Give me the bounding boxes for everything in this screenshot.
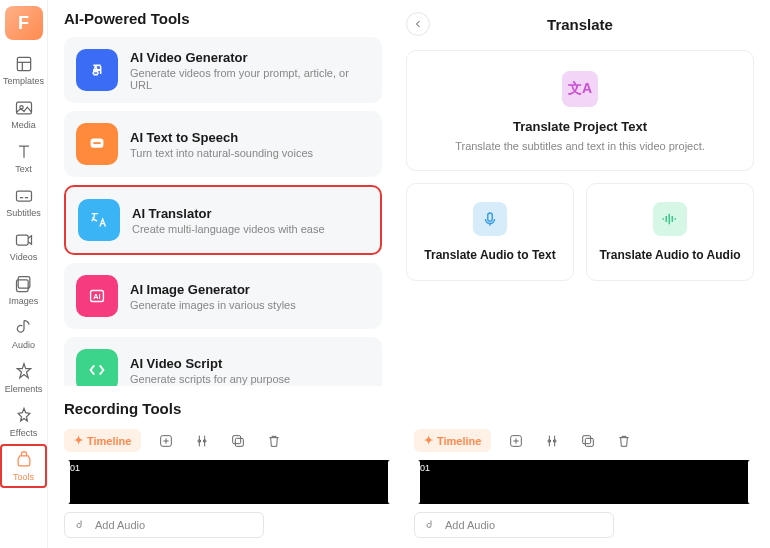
tool-title: AI Translator [132,206,325,221]
tools-panel: AI-Powered Tools AI AI Video GeneratorGe… [48,0,398,386]
nav-elements[interactable]: Elements [0,356,47,400]
translate-title: Translate [547,16,613,33]
speech-icon [76,123,118,165]
nav-label: Elements [5,384,43,394]
track-handle-right[interactable] [388,460,394,504]
nav-templates[interactable]: Templates [0,48,47,92]
audio-to-audio-icon [653,202,687,236]
svg-rect-17 [488,213,493,221]
nav-label: Audio [12,340,35,350]
nav-label: Effects [10,428,37,438]
tool-title: AI Video Script [130,356,290,371]
track-handle-left[interactable] [414,460,420,504]
script-icon [76,349,118,386]
nav-videos[interactable]: Videos [0,224,47,268]
translate-panel: Translate 文A Translate Project Text Tran… [398,0,770,386]
delete-button[interactable] [263,430,285,452]
card-label: Translate Audio to Audio [599,248,740,262]
svg-rect-5 [16,191,31,201]
translate-audio-to-audio-card[interactable]: Translate Audio to Audio [586,183,754,281]
card-label: Translate Audio to Text [424,248,555,262]
tool-ai-image-generator[interactable]: AI AI Image GeneratorGenerate images in … [64,263,382,329]
timeline-left: ✦ Timeline Add Audio [54,417,404,548]
svg-text:AI: AI [92,65,102,76]
svg-rect-24 [233,435,241,443]
translate-project-text-card[interactable]: 文A Translate Project Text Translate the … [406,50,754,171]
video-track[interactable] [414,460,754,504]
nav-media[interactable]: Media [0,92,47,136]
add-audio-button[interactable]: Add Audio [64,512,264,538]
copy-button[interactable] [227,430,249,452]
translate-audio-to-text-card[interactable]: Translate Audio to Text [406,183,574,281]
tool-desc: Generate videos from your prompt, articl… [130,67,370,91]
tool-ai-video-script[interactable]: AI Video ScriptGenerate scripts for any … [64,337,382,386]
nav-text[interactable]: Text [0,136,47,180]
video-track[interactable] [64,460,394,504]
nav-tools[interactable]: Tools [0,444,47,488]
timeline-area: ✦ Timeline Add Audio ✦ Timeline Add Audi… [48,417,770,548]
add-audio-button[interactable]: Add Audio [414,512,614,538]
svg-text:AI: AI [93,292,100,301]
svg-rect-8 [16,235,28,245]
tool-desc: Generate scripts for any purpose [130,373,290,385]
split-button[interactable] [191,430,213,452]
tool-desc: Generate images in various styles [130,299,296,311]
nav-images[interactable]: Images [0,268,47,312]
left-sidebar: F Templates Media Text Subtitles Videos … [0,0,48,548]
svg-rect-23 [236,438,244,446]
tool-desc: Turn text into natural-sounding voices [130,147,313,159]
image-gen-icon: AI [76,275,118,317]
nav-label: Videos [10,252,37,262]
track-handle-right[interactable] [748,460,754,504]
translator-icon [78,199,120,241]
tool-desc: Create multi-language videos with ease [132,223,325,235]
nav-label: Subtitles [6,208,41,218]
nav-effects[interactable]: Effects [0,400,47,444]
tool-ai-translator[interactable]: AI TranslatorCreate multi-language video… [64,185,382,255]
nav-subtitles[interactable]: Subtitles [0,180,47,224]
delete-button[interactable] [613,430,635,452]
ai-tools-heading: AI-Powered Tools [64,10,382,27]
hero-heading: Translate Project Text [513,119,647,134]
add-clip-button[interactable] [155,430,177,452]
timeline-pill[interactable]: ✦ Timeline [414,429,491,452]
nav-label: Text [15,164,32,174]
svg-rect-14 [93,142,100,144]
svg-rect-30 [586,438,594,446]
svg-rect-31 [583,435,591,443]
tool-ai-text-to-speech[interactable]: AI Text to SpeechTurn text into natural-… [64,111,382,177]
nav-label: Tools [13,472,34,482]
timeline-right: ✦ Timeline Add Audio [404,417,764,548]
nav-label: Templates [3,76,44,86]
track-handle-left[interactable] [64,460,70,504]
ai-video-icon: AI [76,49,118,91]
copy-button[interactable] [577,430,599,452]
main-area: AI-Powered Tools AI AI Video GeneratorGe… [48,0,770,548]
audio-to-text-icon [473,202,507,236]
tool-title: AI Video Generator [130,50,370,65]
nav-label: Images [9,296,39,306]
timeline-pill[interactable]: ✦ Timeline [64,429,141,452]
nav-audio[interactable]: Audio [0,312,47,356]
translate-text-icon: 文A [562,71,598,107]
add-clip-button[interactable] [505,430,527,452]
nav-label: Media [11,120,36,130]
app-logo: F [5,6,43,40]
back-button[interactable] [406,12,430,36]
split-button[interactable] [541,430,563,452]
tool-ai-video-generator[interactable]: AI AI Video GeneratorGenerate videos fro… [64,37,382,103]
recording-tools-heading: Recording Tools [64,400,770,417]
svg-rect-0 [17,57,30,70]
tool-title: AI Text to Speech [130,130,313,145]
hero-subtext: Translate the subtitles and text in this… [455,140,705,152]
tool-title: AI Image Generator [130,282,296,297]
